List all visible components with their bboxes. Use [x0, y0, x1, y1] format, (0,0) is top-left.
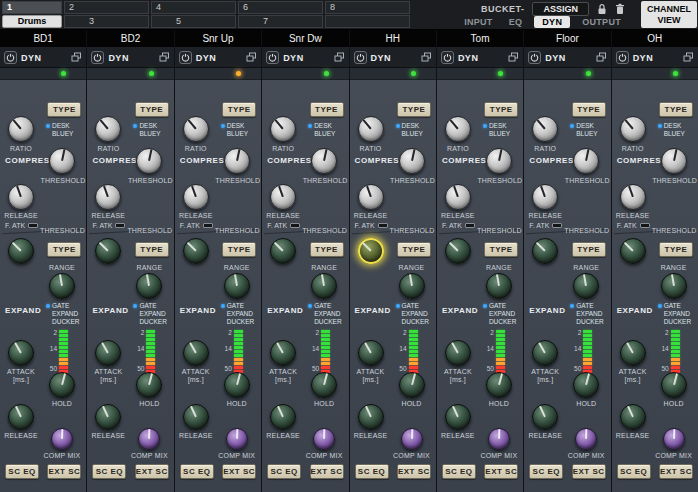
detach-window-icon[interactable]	[683, 52, 694, 63]
gate-type-button[interactable]: TYPE	[47, 242, 81, 257]
bucket-tab-6[interactable]: 6	[238, 1, 323, 14]
detach-window-icon[interactable]	[71, 52, 82, 63]
attack-knob[interactable]	[532, 340, 558, 366]
attack-knob[interactable]	[358, 340, 384, 366]
fast-attack-switch[interactable]	[203, 223, 213, 228]
ext-sc-button[interactable]: EXT SC	[397, 464, 431, 479]
power-button[interactable]	[528, 51, 541, 64]
comp-threshold-knob[interactable]	[136, 148, 162, 174]
trash-icon[interactable]	[615, 3, 625, 15]
bucket-tab-7[interactable]: 7	[238, 15, 323, 28]
tab-output[interactable]: OUTPUT	[578, 16, 625, 28]
comp-threshold-knob[interactable]	[573, 148, 599, 174]
range-knob[interactable]	[311, 273, 337, 299]
ext-sc-button[interactable]: EXT SC	[47, 464, 81, 479]
comp-threshold-knob[interactable]	[311, 148, 337, 174]
range-knob[interactable]	[224, 273, 250, 299]
tab-eq[interactable]: EQ	[505, 16, 527, 28]
fast-attack-switch[interactable]	[28, 223, 38, 228]
sc-eq-button[interactable]: SC EQ	[442, 464, 476, 479]
gate-threshold-knob[interactable]	[532, 238, 558, 264]
gate-type-button[interactable]: TYPE	[659, 242, 693, 257]
range-knob[interactable]	[573, 273, 599, 299]
gate-type-button[interactable]: TYPE	[397, 242, 431, 257]
sc-eq-button[interactable]: SC EQ	[355, 464, 389, 479]
ratio-knob[interactable]	[95, 116, 121, 142]
comp-type-button[interactable]: TYPE	[47, 102, 81, 117]
comp-release-knob[interactable]	[8, 184, 34, 210]
gate-threshold-knob[interactable]	[183, 238, 209, 264]
power-button[interactable]	[179, 51, 192, 64]
range-knob[interactable]	[136, 273, 162, 299]
fast-attack-switch[interactable]	[640, 223, 650, 228]
ratio-knob[interactable]	[532, 116, 558, 142]
attack-knob[interactable]	[270, 340, 296, 366]
gate-release-knob[interactable]	[620, 404, 646, 430]
gate-release-knob[interactable]	[270, 404, 296, 430]
ratio-knob[interactable]	[8, 116, 34, 142]
hold-knob[interactable]	[661, 372, 687, 398]
fast-attack-switch[interactable]	[465, 223, 475, 228]
gate-release-knob[interactable]	[445, 404, 471, 430]
hold-knob[interactable]	[49, 372, 75, 398]
comp-release-knob[interactable]	[183, 184, 209, 210]
comp-mix-knob[interactable]	[663, 428, 685, 450]
comp-release-knob[interactable]	[95, 184, 121, 210]
detach-window-icon[interactable]	[596, 52, 607, 63]
detach-window-icon[interactable]	[508, 52, 519, 63]
gate-threshold-knob[interactable]	[620, 238, 646, 264]
gate-threshold-knob[interactable]	[270, 238, 296, 264]
hold-knob[interactable]	[311, 372, 337, 398]
comp-release-knob[interactable]	[532, 184, 558, 210]
bucket-tab-1[interactable]: 1	[2, 1, 62, 14]
detach-window-icon[interactable]	[334, 52, 345, 63]
gate-type-button[interactable]: TYPE	[222, 242, 256, 257]
attack-knob[interactable]	[445, 340, 471, 366]
bucket-tab-3[interactable]: 3	[64, 15, 149, 28]
range-knob[interactable]	[486, 273, 512, 299]
power-button[interactable]	[91, 51, 104, 64]
hold-knob[interactable]	[573, 372, 599, 398]
gate-threshold-knob[interactable]	[358, 238, 384, 264]
fast-attack-switch[interactable]	[115, 223, 125, 228]
comp-mix-knob[interactable]	[401, 428, 423, 450]
ext-sc-button[interactable]: EXT SC	[659, 464, 693, 479]
comp-type-button[interactable]: TYPE	[222, 102, 256, 117]
hold-knob[interactable]	[399, 372, 425, 398]
comp-mix-knob[interactable]	[488, 428, 510, 450]
sc-eq-button[interactable]: SC EQ	[267, 464, 301, 479]
ratio-knob[interactable]	[445, 116, 471, 142]
gate-release-knob[interactable]	[532, 404, 558, 430]
ratio-knob[interactable]	[358, 116, 384, 142]
gate-type-button[interactable]: TYPE	[310, 242, 344, 257]
sc-eq-button[interactable]: SC EQ	[180, 464, 214, 479]
comp-type-button[interactable]: TYPE	[135, 102, 169, 117]
attack-knob[interactable]	[620, 340, 646, 366]
comp-type-button[interactable]: TYPE	[659, 102, 693, 117]
comp-release-knob[interactable]	[358, 184, 384, 210]
gate-type-button[interactable]: TYPE	[484, 242, 518, 257]
comp-release-knob[interactable]	[620, 184, 646, 210]
fast-attack-switch[interactable]	[552, 223, 562, 228]
bucket-tab-5[interactable]: 5	[151, 15, 236, 28]
range-knob[interactable]	[399, 273, 425, 299]
gate-release-knob[interactable]	[95, 404, 121, 430]
comp-threshold-knob[interactable]	[49, 148, 75, 174]
gate-type-button[interactable]: TYPE	[572, 242, 606, 257]
bucket-name-drums[interactable]: Drums	[2, 15, 62, 28]
ext-sc-button[interactable]: EXT SC	[484, 464, 518, 479]
comp-threshold-knob[interactable]	[399, 148, 425, 174]
attack-knob[interactable]	[8, 340, 34, 366]
gate-type-button[interactable]: TYPE	[135, 242, 169, 257]
power-button[interactable]	[354, 51, 367, 64]
comp-threshold-knob[interactable]	[224, 148, 250, 174]
comp-type-button[interactable]: TYPE	[310, 102, 344, 117]
tab-dyn[interactable]: DYN	[534, 16, 570, 28]
comp-release-knob[interactable]	[270, 184, 296, 210]
range-knob[interactable]	[661, 273, 687, 299]
comp-threshold-knob[interactable]	[486, 148, 512, 174]
ext-sc-button[interactable]: EXT SC	[572, 464, 606, 479]
detach-window-icon[interactable]	[159, 52, 170, 63]
tab-input[interactable]: INPUT	[460, 16, 497, 28]
gate-threshold-knob[interactable]	[8, 238, 34, 264]
